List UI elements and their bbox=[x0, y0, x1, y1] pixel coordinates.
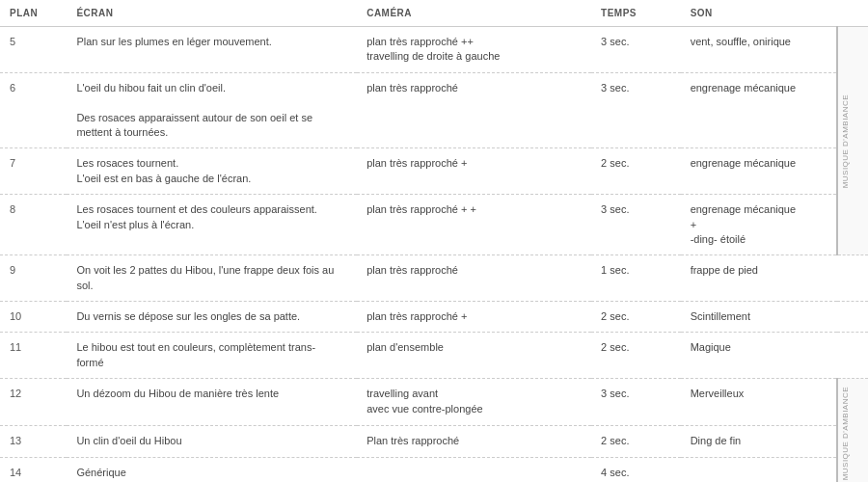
cell-ecran: Les rosaces tournent.L'oeil est en bas à… bbox=[67, 148, 357, 195]
cell-ecran: Un dézoom du Hibou de manière très lente bbox=[67, 379, 357, 426]
cell-sidebar-empty bbox=[837, 333, 868, 379]
cell-plan: 6 bbox=[0, 72, 67, 148]
cell-plan: 9 bbox=[0, 255, 67, 302]
cell-son: engrenage mécanique bbox=[681, 72, 837, 148]
header-row: PLAN ÉCRAN CAMÉRA TEMPS SON bbox=[0, 0, 868, 27]
cell-temps: 3 sec. bbox=[591, 195, 681, 255]
cell-ecran: Les rosaces tournent et des couleurs app… bbox=[67, 195, 357, 255]
cell-son: engrenage mécanique bbox=[681, 148, 837, 195]
sidebar-label-text: MUSIQUE D'AMBIANCE bbox=[840, 91, 851, 192]
cell-camera: plan très rapproché bbox=[357, 255, 591, 302]
cell-ecran: Plan sur les plumes en léger mouvement. bbox=[67, 27, 357, 73]
cell-plan: 13 bbox=[0, 425, 67, 457]
table-row: 5Plan sur les plumes en léger mouvement.… bbox=[0, 27, 868, 73]
cell-temps: 2 sec. bbox=[591, 333, 681, 379]
cell-son: Magique bbox=[681, 333, 837, 379]
cell-sidebar-empty bbox=[837, 302, 868, 333]
cell-plan: 14 bbox=[0, 457, 67, 482]
cell-plan: 12 bbox=[0, 379, 67, 426]
cell-plan: 7 bbox=[0, 148, 67, 195]
cell-sidebar-empty bbox=[837, 255, 868, 302]
cell-son: vent, souffle, onirique bbox=[681, 27, 837, 73]
table-row: 13Un clin d'oeil du HibouPlan très rappr… bbox=[0, 425, 868, 457]
cell-plan: 10 bbox=[0, 302, 67, 333]
main-container: PLAN ÉCRAN CAMÉRA TEMPS SON 5Plan sur le… bbox=[0, 0, 868, 482]
cell-temps: 3 sec. bbox=[591, 27, 681, 73]
cell-camera: Plan très rapproché bbox=[357, 425, 591, 457]
cell-son: engrenage mécanique+-ding- étoilé bbox=[681, 195, 837, 255]
cell-camera: plan très rapproché + bbox=[357, 302, 591, 333]
cell-plan: 8 bbox=[0, 195, 67, 255]
header-ecran: ÉCRAN bbox=[67, 0, 357, 27]
table-row: 7Les rosaces tournent.L'oeil est en bas … bbox=[0, 148, 868, 195]
cell-son bbox=[681, 457, 837, 482]
cell-camera: plan très rapproché ++travelling de droi… bbox=[357, 27, 591, 73]
table-row: 9On voit les 2 pattes du Hibou, l'une fr… bbox=[0, 255, 868, 302]
header-plan: PLAN bbox=[0, 0, 67, 27]
table-row: 11Le hibou est tout en couleurs, complèt… bbox=[0, 333, 868, 379]
cell-ecran: Le hibou est tout en couleurs, complètem… bbox=[67, 333, 357, 379]
cell-plan: 5 bbox=[0, 27, 67, 73]
cell-camera: plan très rapproché bbox=[357, 72, 591, 148]
header-son: SON bbox=[681, 0, 837, 27]
header-camera: CAMÉRA bbox=[357, 0, 591, 27]
cell-camera: plan très rapproché + + bbox=[357, 195, 591, 255]
cell-son: Merveilleux bbox=[681, 379, 837, 426]
table-row: 14Générique4 sec. bbox=[0, 457, 868, 482]
cell-sidebar-label: MUSIQUE D'AMBIANCE bbox=[837, 27, 868, 255]
cell-son: Ding de fin bbox=[681, 425, 837, 457]
cell-son: Scintillement bbox=[681, 302, 837, 333]
cell-ecran: Du vernis se dépose sur les ongles de sa… bbox=[67, 302, 357, 333]
cell-ecran: Générique bbox=[67, 457, 357, 482]
storyboard-table: PLAN ÉCRAN CAMÉRA TEMPS SON 5Plan sur le… bbox=[0, 0, 868, 482]
cell-temps: 4 sec. bbox=[591, 457, 681, 482]
header-sidebar bbox=[837, 0, 868, 27]
cell-ecran: On voit les 2 pattes du Hibou, l'une fra… bbox=[67, 255, 357, 302]
cell-camera bbox=[357, 457, 591, 482]
cell-plan: 11 bbox=[0, 333, 67, 379]
cell-camera: plan très rapproché + bbox=[357, 148, 591, 195]
cell-camera: plan d'ensemble bbox=[357, 333, 591, 379]
cell-temps: 3 sec. bbox=[591, 72, 681, 148]
cell-temps: 3 sec. bbox=[591, 379, 681, 426]
cell-son: frappe de pied bbox=[681, 255, 837, 302]
cell-temps: 2 sec. bbox=[591, 302, 681, 333]
cell-ecran: L'oeil du hibou fait un clin d'oeil.Des … bbox=[67, 72, 357, 148]
cell-temps: 2 sec. bbox=[591, 148, 681, 195]
cell-temps: 2 sec. bbox=[591, 425, 681, 457]
cell-temps: 1 sec. bbox=[591, 255, 681, 302]
table-row: 10Du vernis se dépose sur les ongles de … bbox=[0, 302, 868, 333]
table-row: 8Les rosaces tournent et des couleurs ap… bbox=[0, 195, 868, 255]
table-row: 12Un dézoom du Hibou de manière très len… bbox=[0, 379, 868, 426]
cell-camera: travelling avantavec vue contre-plongée bbox=[357, 379, 591, 426]
cell-sidebar-label: MUSIQUE D'AMBIANCE bbox=[837, 379, 868, 482]
cell-ecran: Un clin d'oeil du Hibou bbox=[67, 425, 357, 457]
header-temps: TEMPS bbox=[591, 0, 681, 27]
sidebar-label-text: MUSIQUE D'AMBIANCE bbox=[840, 383, 851, 482]
table-row: 6L'oeil du hibou fait un clin d'oeil.Des… bbox=[0, 72, 868, 148]
